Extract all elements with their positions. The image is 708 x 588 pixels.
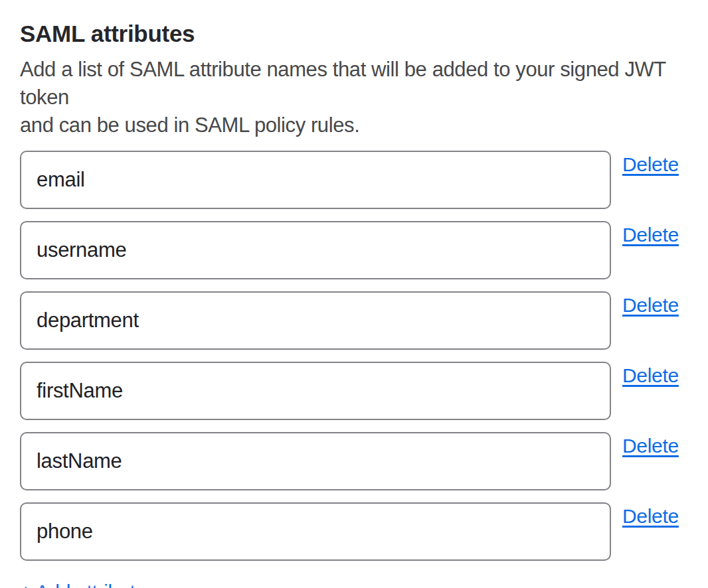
attribute-name-input[interactable] <box>20 432 611 490</box>
attribute-row: Delete <box>20 221 688 279</box>
delete-attribute-link[interactable]: Delete <box>622 362 679 390</box>
attribute-name-input[interactable] <box>20 151 611 209</box>
section-description: Add a list of SAML attribute names that … <box>20 56 688 139</box>
attribute-name-input[interactable] <box>20 291 611 350</box>
attribute-row: Delete <box>20 151 688 209</box>
attribute-name-input[interactable] <box>20 221 611 279</box>
delete-attribute-link[interactable]: Delete <box>622 502 679 530</box>
attribute-row: Delete <box>20 362 688 420</box>
delete-attribute-link[interactable]: Delete <box>622 432 679 460</box>
attribute-name-input[interactable] <box>20 362 611 420</box>
section-description-line2: and can be used in SAML policy rules. <box>20 113 359 137</box>
delete-attribute-link[interactable]: Delete <box>622 151 679 179</box>
attribute-row: Delete <box>20 502 688 561</box>
attribute-row: Delete <box>20 291 688 350</box>
delete-attribute-link[interactable]: Delete <box>622 291 679 319</box>
attribute-row: Delete <box>20 432 688 490</box>
page-title: SAML attributes <box>20 0 688 48</box>
delete-attribute-link[interactable]: Delete <box>622 221 679 249</box>
section-description-line1: Add a list of SAML attribute names that … <box>20 58 665 109</box>
attribute-name-input[interactable] <box>20 502 611 561</box>
attribute-list: Delete Delete Delete Delete Delete Delet… <box>20 151 688 561</box>
add-attribute-link[interactable]: + Add attribute <box>20 578 146 588</box>
saml-attributes-section: SAML attributes Add a list of SAML attri… <box>20 0 688 588</box>
